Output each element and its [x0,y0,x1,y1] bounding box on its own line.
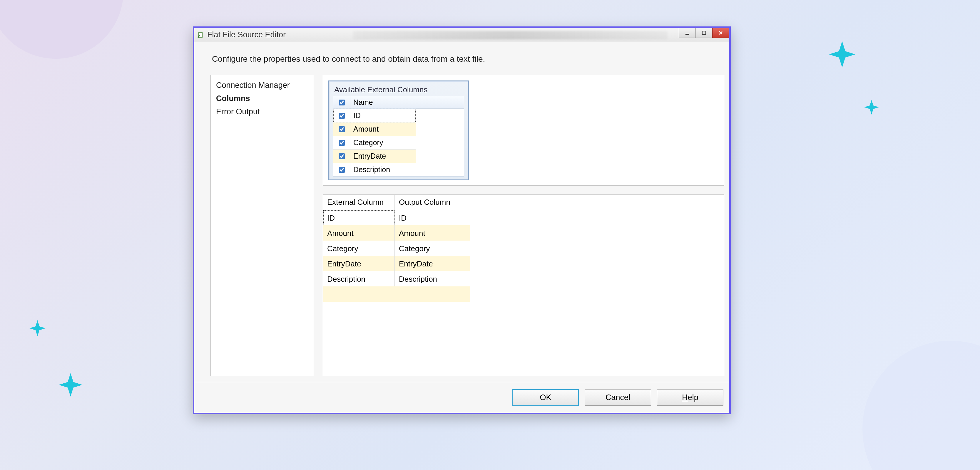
sidebar-item-error-output[interactable]: Error Output [216,105,309,118]
output-column-cell[interactable]: Category [395,241,470,256]
mapping-row[interactable]: DescriptionDescription [323,271,470,286]
output-column-cell[interactable]: Amount [395,225,470,241]
column-mapping-grid: External Column Output Column IDIDAmount… [323,194,724,376]
column-checkbox[interactable] [333,136,350,149]
svg-marker-3 [59,373,82,397]
available-column-row[interactable]: Description [333,163,416,176]
output-column-cell[interactable]: Description [395,271,470,286]
maximize-button[interactable] [695,28,713,38]
external-column-cell[interactable]: EntryDate [323,256,395,271]
svg-marker-1 [864,100,879,114]
svg-rect-4 [199,32,202,37]
svg-marker-0 [829,41,855,68]
svg-rect-6 [686,34,689,35]
titlebar-blur [353,31,668,40]
mapping-row[interactable]: CategoryCategory [323,241,470,256]
available-column-row[interactable]: Category [333,136,416,149]
page-selector-panel: Connection Manager Columns Error Output [210,75,314,376]
column-checkbox[interactable] [333,149,350,163]
available-column-row[interactable]: Amount [333,122,416,136]
external-column-cell[interactable]: Category [323,241,395,256]
sidebar-item-columns[interactable]: Columns [216,92,309,105]
svg-rect-7 [702,31,706,35]
sparkle-icon [29,320,46,337]
bg-decoration [0,0,124,59]
header-external-column[interactable]: External Column [323,195,395,210]
ok-button[interactable]: OK [512,389,579,406]
sparkle-icon [864,100,879,114]
external-column-cell[interactable]: ID [323,210,395,225]
available-column-row[interactable]: ID [333,109,416,122]
mapping-row[interactable]: EntryDateEntryDate [323,256,470,271]
output-column-cell[interactable]: ID [395,210,470,225]
dialog-description: Configure the properties used to connect… [194,42,729,69]
column-header-name[interactable]: Name [350,96,464,109]
window-title: Flat File Source Editor [207,30,286,40]
help-button[interactable]: Help [657,389,723,406]
column-label: Description [350,163,416,176]
column-label: EntryDate [350,149,416,163]
mapping-row[interactable]: IDID [323,210,470,225]
available-columns-title: Available External Columns [333,85,464,94]
cancel-button[interactable]: Cancel [585,389,651,406]
column-label: ID [350,109,416,122]
available-column-row[interactable]: EntryDate [333,149,416,163]
column-checkbox[interactable] [333,109,350,122]
column-label: Category [350,136,416,149]
minimize-button[interactable] [679,28,696,38]
dialog-window: Flat File Source Editor Configure the pr… [193,27,731,414]
sparkle-icon [829,41,855,68]
sparkle-icon [59,373,82,397]
available-columns-box: Available External Columns Name IDAmount… [328,81,469,180]
app-icon [197,31,205,39]
bg-decoration [862,341,980,470]
empty-row[interactable] [323,286,470,302]
output-column-cell[interactable]: EntryDate [395,256,470,271]
mapping-row[interactable]: AmountAmount [323,225,470,241]
column-checkbox[interactable] [333,163,350,176]
header-output-column[interactable]: Output Column [395,195,470,210]
column-label: Amount [350,122,416,136]
select-all-checkbox[interactable] [333,96,350,109]
titlebar[interactable]: Flat File Source Editor [194,28,729,42]
column-checkbox[interactable] [333,122,350,136]
external-column-cell[interactable]: Amount [323,225,395,241]
columns-page: Available External Columns Name IDAmount… [323,75,726,376]
close-button[interactable] [712,28,729,38]
external-column-cell[interactable]: Description [323,271,395,286]
dialog-footer: OK Cancel Help [194,382,729,413]
svg-marker-2 [29,320,46,337]
sidebar-item-connection-manager[interactable]: Connection Manager [216,79,309,92]
